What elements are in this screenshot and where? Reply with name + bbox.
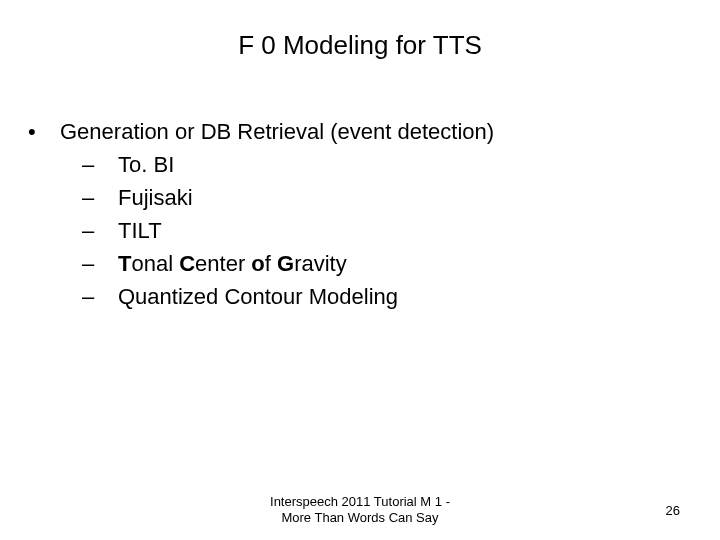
text-frag: f (265, 251, 277, 276)
sub-item-text: Fujisaki (118, 185, 193, 210)
bullet-dot-icon: • (44, 115, 60, 148)
sub-item-tcog: –Tonal Center of Gravity (100, 247, 684, 280)
dash-icon: – (100, 148, 118, 181)
sub-item-text: Quantized Contour Modeling (118, 284, 398, 309)
bullet-main-text: Generation or DB Retrieval (event detect… (60, 119, 494, 144)
dash-icon: – (100, 214, 118, 247)
bold-letter: C (179, 251, 195, 276)
page-number: 26 (666, 503, 680, 518)
sub-item-text: To. BI (118, 152, 174, 177)
bullet-main: •Generation or DB Retrieval (event detec… (44, 115, 684, 148)
bold-letter: o (251, 251, 264, 276)
footer-line-1: Interspeech 2011 Tutorial M 1 - (270, 494, 450, 510)
sub-item-qcm: –Quantized Contour Modeling (100, 280, 684, 313)
footer: Interspeech 2011 Tutorial M 1 - More Tha… (0, 494, 720, 527)
sub-item-fujisaki: –Fujisaki (100, 181, 684, 214)
text-frag: enter (195, 251, 251, 276)
slide-title: F 0 Modeling for TTS (36, 30, 684, 61)
footer-line-2: More Than Words Can Say (270, 510, 450, 526)
bold-letter: T (118, 251, 131, 276)
bold-letter: G (277, 251, 294, 276)
sub-item-text: Tonal Center of Gravity (118, 251, 347, 276)
slide-body: •Generation or DB Retrieval (event detec… (36, 115, 684, 313)
slide: F 0 Modeling for TTS •Generation or DB R… (0, 0, 720, 540)
footer-text: Interspeech 2011 Tutorial M 1 - More Tha… (270, 494, 450, 527)
sub-item-tilt: –TILT (100, 214, 684, 247)
dash-icon: – (100, 280, 118, 313)
dash-icon: – (100, 181, 118, 214)
sub-item-tobi: –To. BI (100, 148, 684, 181)
dash-icon: – (100, 247, 118, 280)
text-frag: ravity (294, 251, 347, 276)
sub-item-text: TILT (118, 218, 162, 243)
text-frag: onal (131, 251, 179, 276)
